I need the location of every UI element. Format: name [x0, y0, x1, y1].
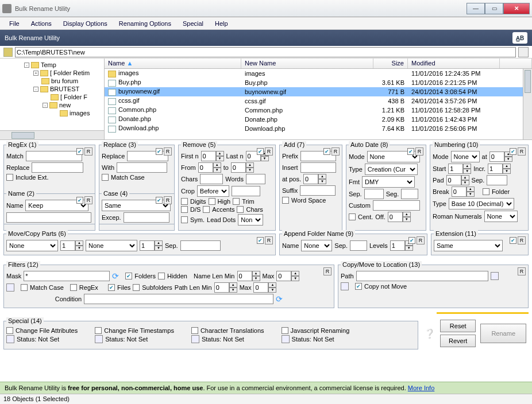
- tree-node[interactable]: bru forum: [1, 77, 103, 85]
- autodate-fmt-select[interactable]: DMY: [362, 176, 415, 188]
- filters-pathlenmax-input[interactable]: [253, 282, 268, 293]
- numbering-mode-select[interactable]: None: [451, 151, 480, 162]
- tree-node[interactable]: [ Folder F: [1, 93, 103, 101]
- reset-button[interactable]: Reset: [440, 320, 476, 332]
- menu-help[interactable]: Help: [209, 18, 234, 29]
- filters-mask-input[interactable]: [24, 271, 110, 281]
- tree-node[interactable]: -Temp: [1, 61, 103, 69]
- col-size[interactable]: Size: [373, 59, 408, 68]
- filters-namelenmin-input[interactable]: [237, 271, 252, 281]
- replace-matchcase-check[interactable]: [102, 174, 109, 181]
- tree-node[interactable]: +[ Folder Retim: [1, 69, 103, 77]
- remove-crop-input[interactable]: [232, 186, 260, 196]
- copymove-path-input[interactable]: [356, 271, 488, 281]
- autodate-seg-input[interactable]: [401, 189, 418, 199]
- menu-renaming-options[interactable]: Renaming Options: [113, 18, 177, 29]
- regex-includeext-check[interactable]: [6, 174, 13, 181]
- numbering-incr-input[interactable]: [488, 164, 503, 174]
- add-wordspace-check[interactable]: [282, 197, 289, 204]
- movecopy-enable-check[interactable]: ✔: [257, 237, 264, 244]
- timestamp-icon[interactable]: [95, 335, 103, 343]
- file-row[interactable]: Download.phpDownload.php7.64 KB11/01/201…: [105, 124, 532, 133]
- numbering-roman-select[interactable]: None: [484, 211, 518, 222]
- tree-node[interactable]: images: [1, 109, 103, 117]
- numbering-break-input[interactable]: [452, 187, 467, 197]
- movecopy-sep-input[interactable]: [180, 240, 221, 251]
- special-jr-check[interactable]: [282, 327, 288, 334]
- remove-leaddots-select[interactable]: Non: [238, 214, 263, 226]
- maximize-button[interactable]: ▭: [485, 3, 503, 14]
- special-cfa-check[interactable]: [6, 327, 13, 334]
- filters-reset-button[interactable]: R: [323, 267, 331, 275]
- appendfolder-select[interactable]: None: [301, 240, 332, 251]
- extension-enable-check[interactable]: ✔: [510, 237, 516, 244]
- numbering-folder-check[interactable]: [483, 188, 489, 195]
- filters-regex-check[interactable]: [70, 284, 77, 291]
- add-suffix-input[interactable]: [300, 185, 336, 196]
- attr-icon[interactable]: [6, 335, 14, 343]
- menu-special[interactable]: Special: [177, 18, 209, 29]
- replace-reset-button[interactable]: R: [164, 147, 172, 156]
- remove-words-input[interactable]: [246, 174, 265, 184]
- movecopy-reset-button[interactable]: R: [265, 236, 273, 244]
- numbering-type-select[interactable]: Base 10 (Decimal): [449, 198, 514, 209]
- filters-subfolders-check[interactable]: [133, 284, 140, 291]
- file-row[interactable]: buynownew.gifbuynownew.gif771 B24/01/201…: [105, 87, 532, 96]
- appendfolder-reset-button[interactable]: R: [417, 236, 425, 244]
- filters-matchcase-check[interactable]: [21, 284, 28, 291]
- file-vscrollbar[interactable]: [523, 69, 532, 139]
- remove-enable-check[interactable]: ✔: [257, 148, 264, 155]
- folder-tree[interactable]: -Temp+[ Folder Retimbru forum-BRUTEST[ F…: [0, 59, 105, 139]
- numbering-pad-input[interactable]: [446, 175, 461, 185]
- movecopy-sel1[interactable]: None: [6, 240, 58, 251]
- filters-files-check[interactable]: ✔: [108, 284, 115, 291]
- filters-namelenmax-input[interactable]: [276, 271, 291, 281]
- case-enable-check[interactable]: ✔: [156, 197, 163, 204]
- remove-ds-check[interactable]: [181, 206, 188, 213]
- rename-button[interactable]: Rename: [480, 324, 526, 343]
- name-enable-check[interactable]: ✔: [76, 197, 83, 204]
- js-icon[interactable]: [282, 335, 290, 343]
- filters-hidden-check[interactable]: [158, 273, 165, 279]
- appendfolder-levels-input[interactable]: [390, 240, 405, 251]
- remove-reset-button[interactable]: R: [265, 147, 273, 156]
- minimize-button[interactable]: —: [467, 3, 485, 14]
- filters-pathlenmin-input[interactable]: [214, 282, 229, 293]
- regex-enable-check[interactable]: ✔: [76, 148, 83, 155]
- special-ct-check[interactable]: [191, 327, 198, 334]
- more-info-link[interactable]: More Info: [408, 384, 434, 391]
- remove-from-input[interactable]: [198, 162, 213, 173]
- help-icon[interactable]: ❔: [424, 328, 435, 339]
- path-go-button[interactable]: [518, 47, 529, 57]
- filters-folders-check[interactable]: ✔: [125, 273, 132, 279]
- autodate-custom-input[interactable]: [373, 200, 420, 211]
- refresh-icon[interactable]: ⟳: [112, 271, 119, 281]
- numbering-start-input[interactable]: [448, 164, 463, 174]
- file-row[interactable]: Common.phpCommon.php1.21 KB11/01/2016 12…: [105, 106, 532, 115]
- copynotmove-check[interactable]: ✔: [355, 283, 362, 290]
- name-reset-button[interactable]: R: [84, 196, 92, 204]
- tree-hscrollbar[interactable]: [0, 130, 104, 139]
- autodate-cent-check[interactable]: [349, 213, 356, 220]
- file-row[interactable]: ccss.gifccss.gif438 B24/01/2014 3:57:26 …: [105, 96, 532, 106]
- close-button[interactable]: ✕: [503, 3, 530, 14]
- file-row[interactable]: imagesimages11/01/2016 12:24:35 PM: [105, 69, 532, 78]
- add-atpos-input[interactable]: [303, 174, 318, 184]
- numbering-reset-button[interactable]: R: [518, 147, 526, 156]
- remove-crop-select[interactable]: Before: [197, 185, 229, 197]
- col-name[interactable]: Name ▲: [105, 59, 241, 68]
- menu-file[interactable]: File: [3, 18, 25, 29]
- extension-select[interactable]: Same: [434, 240, 503, 251]
- autodate-reset-button[interactable]: R: [415, 147, 423, 156]
- movecopy-sel2[interactable]: None: [86, 240, 137, 251]
- numbering-enable-check[interactable]: ✔: [510, 148, 516, 155]
- remove-sym-check[interactable]: [181, 216, 188, 223]
- autodate-enable-check[interactable]: ✔: [407, 148, 414, 155]
- remove-to-input[interactable]: [231, 162, 246, 173]
- numbering-at-input[interactable]: [489, 152, 504, 162]
- numbering-sep-input[interactable]: [487, 175, 507, 185]
- file-row[interactable]: Donate.phpDonate.php2.09 KB11/01/2016 1:…: [105, 115, 532, 124]
- path-input[interactable]: [15, 47, 516, 57]
- appendfolder-sep-input[interactable]: [350, 240, 367, 251]
- translate-icon[interactable]: [191, 335, 199, 343]
